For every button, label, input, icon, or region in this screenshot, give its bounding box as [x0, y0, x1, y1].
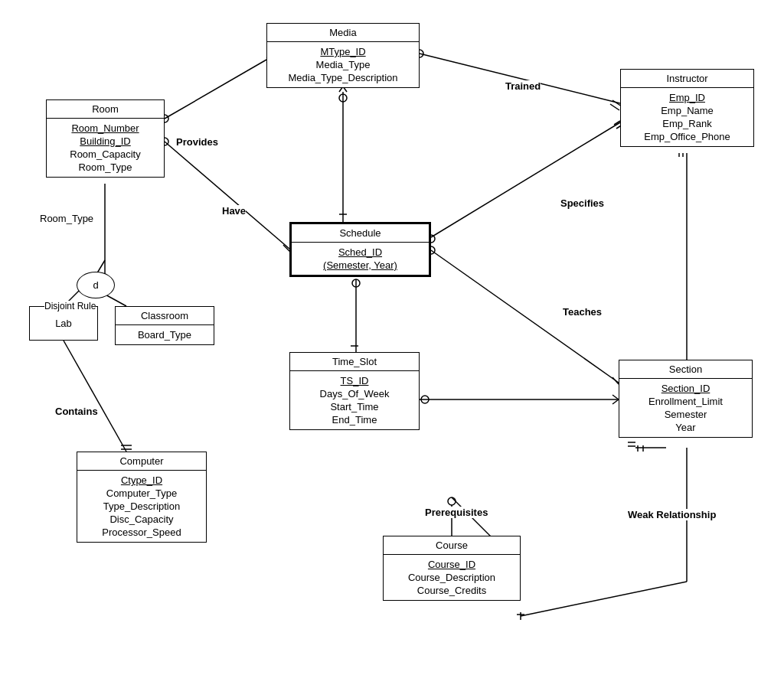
section-title: Section: [619, 360, 752, 379]
section-attrs: Section_ID Enrollment_Limit Semester Yea…: [619, 379, 752, 437]
svg-line-0: [420, 54, 620, 103]
instructor-attr2: Emp_Rank: [627, 117, 747, 130]
room-attr1: Room_Capacity: [53, 148, 158, 161]
svg-point-7: [339, 94, 347, 102]
media-attr1: Media_Type: [273, 58, 413, 71]
svg-line-48: [165, 60, 266, 119]
section-attr1: Enrollment_Limit: [626, 395, 746, 408]
svg-line-9: [165, 142, 289, 249]
room-attrs: Room_Number Building_ID Room_Capacity Ro…: [47, 119, 164, 177]
room-entity: Room Room_Number Building_ID Room_Capaci…: [46, 99, 165, 178]
disjoint-ellipse: d: [77, 272, 115, 298]
svg-point-42: [448, 497, 456, 505]
er-diagram: Media MType_ID Media_Type Media_Type_Des…: [0, 0, 784, 688]
room-pk1: Room_Number: [53, 122, 158, 135]
timeslot-pk: TS_ID: [296, 374, 413, 387]
specifies-label: Specifies: [560, 197, 604, 209]
teaches-label: Teaches: [563, 306, 602, 318]
course-pk: Course_ID: [390, 558, 514, 571]
computer-attr3: Disc_Capacity: [83, 513, 200, 526]
section-pk: Section_ID: [626, 382, 746, 395]
instructor-attrs: Emp_ID Emp_Name Emp_Rank Emp_Office_Phon…: [621, 88, 753, 146]
timeslot-attr1: Days_Of_Week: [296, 387, 413, 400]
media-title: Media: [267, 24, 419, 42]
section-attr3: Year: [626, 421, 746, 434]
prerequisites-label: Prerequisites: [425, 507, 488, 518]
course-attr2: Course_Credits: [390, 584, 514, 597]
computer-attrs: Ctype_ID Computer_Type Type_Description …: [77, 471, 206, 542]
schedule-pk2: (Semester, Year): [298, 259, 423, 272]
room-title: Room: [47, 100, 164, 119]
svg-line-3: [610, 104, 619, 110]
computer-title: Computer: [77, 452, 206, 471]
classroom-attrs: Board_Type: [116, 325, 214, 344]
course-attrs: Course_ID Course_Description Course_Cred…: [384, 555, 520, 600]
schedule-entity: Schedule Sched_ID (Semester, Year): [289, 222, 431, 277]
svg-point-24: [421, 396, 429, 403]
timeslot-attr3: End_Time: [296, 413, 413, 426]
computer-attr1: Computer_Type: [83, 487, 200, 500]
svg-line-38: [521, 582, 687, 616]
lab-title: Lab: [55, 318, 72, 329]
computer-entity: Computer Ctype_ID Computer_Type Type_Des…: [77, 452, 207, 543]
media-attrs: MType_ID Media_Type Media_Type_Descripti…: [267, 42, 419, 87]
timeslot-entity: Time_Slot TS_ID Days_Of_Week Start_Time …: [289, 352, 420, 430]
media-entity: Media MType_ID Media_Type Media_Type_Des…: [266, 23, 420, 88]
computer-pk: Ctype_ID: [83, 474, 200, 487]
trained-label: Trained: [505, 80, 541, 92]
weak-relationship-label: Weak Relationship: [628, 509, 716, 520]
room-attr2: Room_Type: [53, 161, 158, 174]
instructor-pk: Emp_ID: [627, 91, 747, 104]
instructor-entity: Instructor Emp_ID Emp_Name Emp_Rank Emp_…: [620, 69, 754, 147]
schedule-attrs: Sched_ID (Semester, Year): [292, 243, 429, 275]
svg-line-33: [431, 122, 620, 237]
timeslot-attrs: TS_ID Days_Of_Week Start_Time End_Time: [290, 371, 419, 429]
section-attr2: Semester: [626, 408, 746, 421]
course-entity: Course Course_ID Course_Description Cour…: [383, 536, 521, 601]
timeslot-title: Time_Slot: [290, 353, 419, 371]
timeslot-attr2: Start_Time: [296, 400, 413, 413]
instructor-attr1: Emp_Name: [627, 104, 747, 117]
svg-point-22: [352, 279, 360, 287]
media-attr2: Media_Type_Description: [273, 71, 413, 84]
schedule-title: Schedule: [292, 224, 429, 243]
section-entity: Section Section_ID Enrollment_Limit Seme…: [619, 360, 753, 438]
svg-line-26: [612, 399, 619, 404]
media-pk: MType_ID: [273, 45, 413, 58]
disjoint-rule-label: Disjoint Rule: [44, 301, 96, 311]
contains-label: Contains: [55, 406, 98, 417]
room-pk2: Building_ID: [53, 135, 158, 148]
computer-attr2: Type_Description: [83, 500, 200, 513]
provides-label: Provides: [176, 136, 218, 148]
instructor-attr3: Emp_Office_Phone: [627, 130, 747, 143]
classroom-entity: Classroom Board_Type: [115, 306, 214, 345]
svg-line-25: [612, 395, 619, 399]
instructor-title: Instructor: [621, 70, 753, 88]
classroom-pk: Board_Type: [122, 328, 207, 341]
disjoint-label: d: [93, 279, 98, 291]
svg-line-29: [612, 377, 619, 384]
course-title: Course: [384, 536, 520, 555]
course-attr1: Course_Description: [390, 571, 514, 584]
room-type-label: Room_Type: [40, 213, 93, 224]
have-label: Have: [222, 205, 246, 217]
classroom-title: Classroom: [116, 307, 214, 325]
svg-line-18: [64, 341, 126, 452]
schedule-pk: Sched_ID: [298, 246, 423, 259]
svg-line-35: [614, 121, 620, 125]
computer-attr4: Processor_Speed: [83, 526, 200, 539]
